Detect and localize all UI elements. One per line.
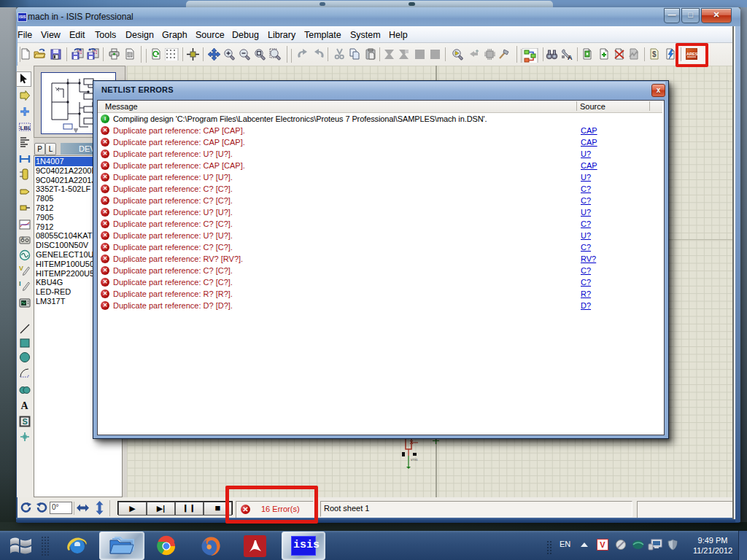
svg-text:A: A: [568, 54, 573, 61]
svg-text:I: I: [19, 280, 21, 287]
svg-text:VT31: VT31: [411, 458, 418, 462]
svg-text:A: A: [21, 400, 29, 411]
svg-text:V: V: [19, 265, 23, 272]
svg-text:$: $: [652, 50, 657, 58]
svg-text:S: S: [23, 417, 28, 426]
svg-text:LBL: LBL: [20, 125, 31, 131]
